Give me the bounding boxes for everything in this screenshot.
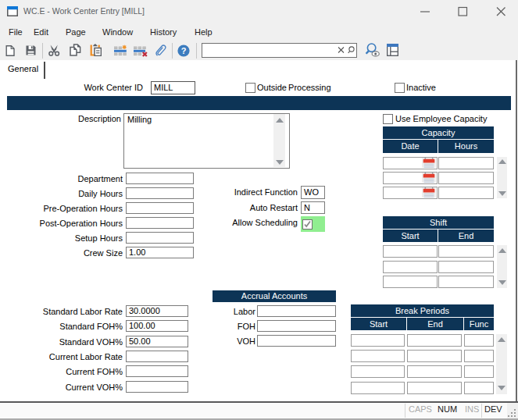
- svg-text:?: ?: [181, 46, 187, 55]
